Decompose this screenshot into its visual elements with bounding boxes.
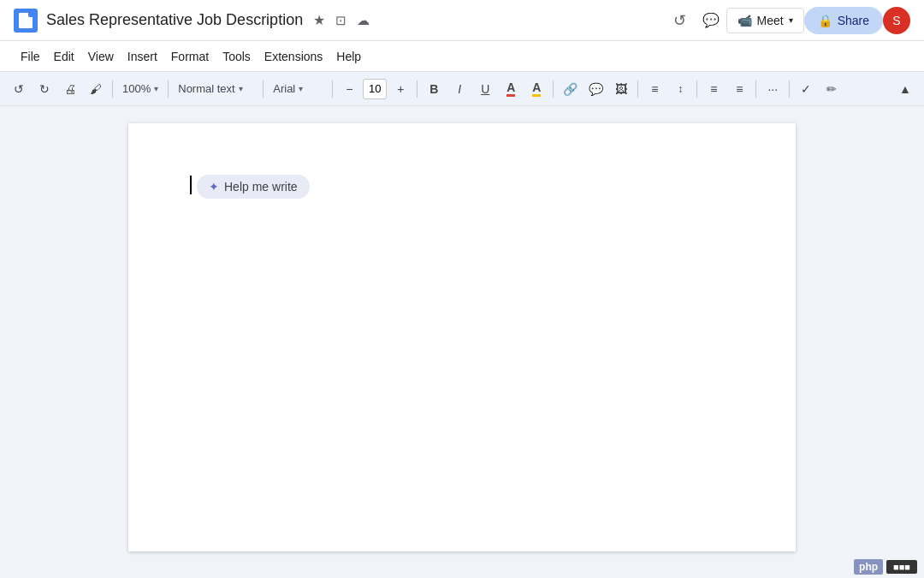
toolbar-separator-5 <box>417 80 418 98</box>
decrease-font-button[interactable]: − <box>337 77 361 101</box>
text-color-button[interactable]: A <box>499 77 523 101</box>
style-chevron-icon: ▾ <box>239 84 243 93</box>
undo-button[interactable]: ↺ <box>7 77 31 101</box>
menu-edit[interactable]: Edit <box>47 46 81 67</box>
toolbar-separator-7 <box>637 80 638 98</box>
toolbar: ↺ ↻ 🖨 🖌 100% ▾ Normal text ▾ Arial ▾ − 1… <box>0 72 924 106</box>
link-button[interactable]: 🔗 <box>558 77 582 101</box>
voice-typing-button[interactable]: ✏ <box>820 77 844 101</box>
font-size-value[interactable]: 10 <box>363 79 387 99</box>
toolbar-separator-2 <box>168 80 169 98</box>
print-button[interactable]: 🖨 <box>58 77 82 101</box>
cursor-line: ✦ Help me write <box>190 175 734 199</box>
style-value: Normal text <box>178 82 234 95</box>
cloud-icon[interactable]: ☁ <box>357 13 370 28</box>
insert-comment-button[interactable]: 💬 <box>583 77 607 101</box>
menu-insert[interactable]: Insert <box>121 46 164 67</box>
menu-bar: File Edit View Insert Format Tools Exten… <box>0 41 924 72</box>
style-dropdown[interactable]: Normal text ▾ <box>173 77 258 101</box>
font-dropdown[interactable]: Arial ▾ <box>268 77 328 101</box>
insert-image-button[interactable]: 🖼 <box>609 77 633 101</box>
meet-chevron-icon: ▾ <box>789 15 793 25</box>
menu-tools[interactable]: Tools <box>216 46 258 67</box>
paint-format-button[interactable]: 🖌 <box>84 77 108 101</box>
menu-file[interactable]: File <box>14 46 47 67</box>
increase-font-button[interactable]: + <box>388 77 412 101</box>
share-label: Share <box>838 14 869 27</box>
meet-label: Meet <box>757 14 784 27</box>
menu-view[interactable]: View <box>81 46 121 67</box>
spell-check-button[interactable]: ✓ <box>794 77 818 101</box>
star-icon[interactable]: ★ <box>313 12 325 28</box>
align-button[interactable]: ≡ <box>643 77 666 101</box>
avatar[interactable]: S <box>883 7 910 34</box>
history-button[interactable]: ↺ <box>665 5 696 36</box>
collapse-toolbar-button[interactable]: ▲ <box>893 77 917 101</box>
doc-icon-inner <box>19 13 33 28</box>
toolbar-separator-9 <box>755 80 756 98</box>
document-area: ✦ Help me write <box>0 106 924 578</box>
font-size-control: − 10 + <box>337 77 412 101</box>
help-me-write-button[interactable]: ✦ Help me write <box>197 175 310 199</box>
redo-button[interactable]: ↻ <box>33 77 56 101</box>
avatar-initial: S <box>892 14 900 27</box>
comment-button[interactable]: 💬 <box>696 5 726 36</box>
italic-button[interactable]: I <box>447 77 471 101</box>
zoom-dropdown[interactable]: 100% ▾ <box>117 77 163 101</box>
toolbar-separator-3 <box>263 80 264 98</box>
underline-button[interactable]: U <box>473 77 497 101</box>
title-bar: Sales Representative Job Description ★ ⊡… <box>0 0 924 41</box>
camera-icon: 📹 <box>737 14 752 27</box>
help-me-write-label: Help me write <box>224 180 298 194</box>
text-cursor <box>190 176 192 194</box>
menu-format[interactable]: Format <box>164 46 216 67</box>
font-value: Arial <box>273 82 295 95</box>
share-button[interactable]: 🔒 Share <box>804 7 883 34</box>
toolbar-separator-6 <box>553 80 554 98</box>
doc-icon <box>14 9 38 33</box>
menu-help[interactable]: Help <box>329 46 368 67</box>
php-badge: php <box>854 559 883 575</box>
numbered-list-button[interactable]: ≡ <box>727 77 751 101</box>
menu-extensions[interactable]: Extensions <box>258 46 329 67</box>
zoom-chevron-icon: ▾ <box>154 84 158 93</box>
toolbar-separator-10 <box>789 80 790 98</box>
font-chevron-icon: ▾ <box>299 84 303 93</box>
line-spacing-button[interactable]: ↕ <box>668 77 692 101</box>
document-page[interactable]: ✦ Help me write <box>128 123 796 551</box>
doc-title: Sales Representative Job Description <box>46 11 303 29</box>
toolbar-separator-4 <box>332 80 333 98</box>
toolbar-separator-1 <box>112 80 113 98</box>
bold-button[interactable]: B <box>422 77 446 101</box>
extra-badge: ■■■ <box>886 560 917 574</box>
more-options-button[interactable]: ··· <box>761 77 785 101</box>
bottom-bar: php ■■■ <box>847 556 924 578</box>
highlight-button[interactable]: A <box>524 77 548 101</box>
meet-button[interactable]: 📹 Meet ▾ <box>726 8 804 33</box>
bullet-list-button[interactable]: ≡ <box>702 77 726 101</box>
zoom-value: 100% <box>122 82 151 95</box>
toolbar-separator-8 <box>696 80 697 98</box>
sparkle-icon: ✦ <box>209 180 219 194</box>
lock-icon: 🔒 <box>818 14 832 27</box>
folder-icon[interactable]: ⊡ <box>335 13 346 28</box>
